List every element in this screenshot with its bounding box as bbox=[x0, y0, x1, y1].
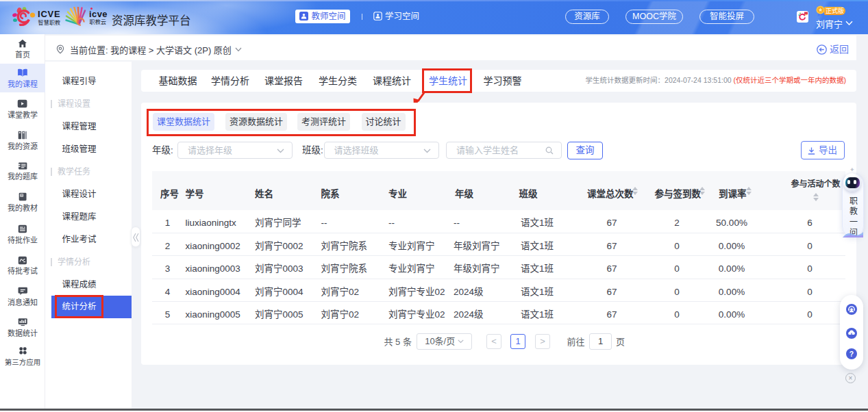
svg-text:?: ? bbox=[850, 350, 854, 358]
